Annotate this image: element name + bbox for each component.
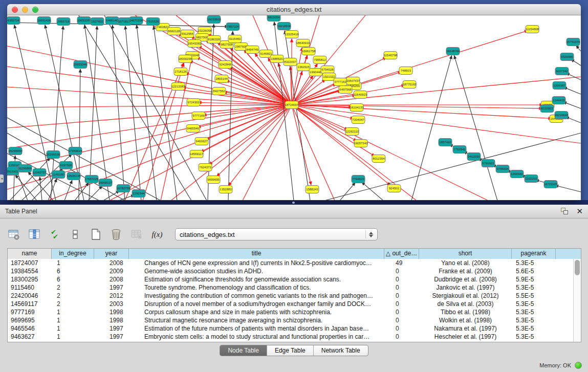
graph-node[interactable]	[246, 46, 259, 54]
graph-node[interactable]	[372, 155, 385, 163]
graph-node[interactable]	[555, 68, 569, 75]
graph-node[interactable]	[567, 38, 580, 46]
graph-node[interactable]	[219, 61, 232, 69]
graph-node[interactable]	[219, 186, 232, 193]
graph-node[interactable]	[496, 165, 509, 173]
graph-node[interactable]	[525, 175, 538, 183]
graph-node[interactable]	[352, 116, 365, 124]
graph-node[interactable]	[207, 176, 220, 184]
delete-trash-icon[interactable]	[110, 228, 123, 241]
graph-node[interactable]	[77, 17, 91, 25]
close-icon[interactable]	[12, 7, 18, 13]
graph-node[interactable]	[285, 101, 298, 109]
splitter-grip[interactable]	[292, 202, 295, 204]
graph-node[interactable]	[284, 58, 297, 66]
graph-node[interactable]	[37, 17, 51, 25]
column-header-in_degree[interactable]: in_degree	[52, 249, 94, 259]
graph-node[interactable]	[334, 78, 347, 86]
column-header-name[interactable]: name	[8, 249, 52, 259]
graph-node[interactable]	[117, 185, 130, 192]
deselect-icon[interactable]	[69, 228, 82, 241]
table-row[interactable]: 1938455462009Genome-wide association stu…	[8, 267, 573, 275]
table-row[interactable]: 977716911998Corpus callosum shape and si…	[8, 308, 573, 316]
graph-node[interactable]	[215, 75, 228, 83]
memory-status-label[interactable]: Memory: OK	[539, 362, 571, 368]
minimize-icon[interactable]	[22, 7, 28, 13]
graph-node[interactable]	[352, 176, 365, 183]
table-row[interactable]: 946554611997Estimation of the future num…	[8, 324, 573, 333]
select-all-icon[interactable]: ✔✔	[48, 228, 61, 241]
graph-node[interactable]	[560, 53, 574, 61]
graph-node[interactable]	[47, 151, 60, 159]
graph-node[interactable]	[9, 147, 22, 155]
new-document-icon[interactable]	[89, 228, 102, 241]
graph-node[interactable]	[354, 91, 367, 99]
graph-node[interactable]	[7, 17, 20, 25]
graph-node[interactable]	[190, 150, 203, 158]
graph-node[interactable]	[195, 138, 208, 145]
graph-node[interactable]	[350, 104, 363, 112]
graph-node[interactable]	[540, 105, 554, 113]
table-row[interactable]: 1830029562008Estimation of significance …	[8, 275, 573, 283]
network-canvas-svg[interactable]: 1872400774638228660128591295423226058982…	[7, 15, 581, 200]
graph-node[interactable]	[186, 125, 200, 133]
graph-node[interactable]	[345, 128, 359, 136]
graph-node[interactable]	[439, 139, 452, 146]
graph-node[interactable]	[544, 181, 557, 188]
graph-node[interactable]	[446, 48, 460, 55]
graph-node[interactable]	[467, 153, 481, 161]
graph-node[interactable]	[270, 55, 284, 63]
network-window-titlebar[interactable]: citations_edges.txt	[7, 4, 581, 15]
graph-node[interactable]	[285, 31, 298, 38]
graph-node[interactable]	[174, 68, 187, 76]
table-row[interactable]: 2242004622012Investigating the contribut…	[8, 292, 573, 300]
memory-status-icon[interactable]	[575, 362, 582, 369]
table-row[interactable]: 946362711997Embryonic stem cells: a mode…	[8, 333, 573, 341]
column-header-title[interactable]: title	[129, 249, 384, 259]
collapse-west-panel-handle[interactable]: ◂	[0, 174, 4, 183]
graph-node[interactable]	[306, 186, 319, 193]
graph-node[interactable]	[399, 67, 412, 75]
graph-node[interactable]	[74, 61, 87, 69]
graph-node[interactable]	[99, 179, 112, 187]
graph-node[interactable]	[297, 63, 310, 71]
graph-node[interactable]	[146, 18, 160, 26]
graph-node[interactable]	[552, 97, 565, 104]
scrollbar-thumb[interactable]	[575, 260, 580, 275]
graph-node[interactable]	[313, 56, 326, 64]
graph-node[interactable]	[403, 81, 416, 89]
table-row[interactable]: 911546021997Tourette syndrome. Phenomeno…	[8, 283, 573, 292]
tab-edge-table[interactable]: Edge Table	[267, 345, 314, 356]
graph-node[interactable]	[199, 164, 212, 171]
graph-node[interactable]	[171, 83, 185, 91]
graph-node[interactable]	[52, 171, 65, 179]
graph-node[interactable]	[453, 146, 466, 154]
graph-node[interactable]	[267, 15, 280, 21]
column-header-short[interactable]: short	[419, 249, 512, 259]
float-panel-icon[interactable]	[561, 208, 569, 215]
network-canvas[interactable]: 1872400774638228660128591295423226058982…	[7, 15, 581, 200]
function-builder-icon[interactable]: f(x)	[150, 228, 164, 241]
table-selector-dropdown[interactable]: citations_edges.txt	[175, 228, 378, 240]
tab-node-table[interactable]: Node Table	[220, 345, 267, 356]
graph-node[interactable]	[207, 36, 221, 43]
table-row[interactable]: 1872400712008Changes of HCN gene express…	[8, 259, 573, 267]
graph-node[interactable]	[553, 82, 566, 90]
graph-node[interactable]	[384, 52, 397, 59]
graph-node[interactable]	[167, 28, 181, 35]
column-header-pagerank[interactable]: pagerank	[512, 249, 556, 259]
graph-node[interactable]	[105, 17, 119, 25]
graph-node[interactable]	[339, 86, 352, 94]
table-row[interactable]: 1456911722003Disruption of a novel membe…	[8, 300, 573, 308]
graph-node[interactable]	[7, 168, 19, 176]
graph-node[interactable]	[226, 23, 239, 31]
graph-node[interactable]	[69, 147, 82, 155]
graph-node[interactable]	[302, 48, 315, 55]
graph-node[interactable]	[228, 35, 242, 43]
graph-node[interactable]	[212, 87, 226, 95]
graph-node[interactable]	[188, 40, 201, 48]
graph-node[interactable]	[510, 170, 524, 178]
table-row[interactable]: 969969511998Structural magnetic resonanc…	[8, 316, 573, 324]
graph-node[interactable]	[277, 23, 291, 30]
graph-node[interactable]	[354, 140, 367, 147]
